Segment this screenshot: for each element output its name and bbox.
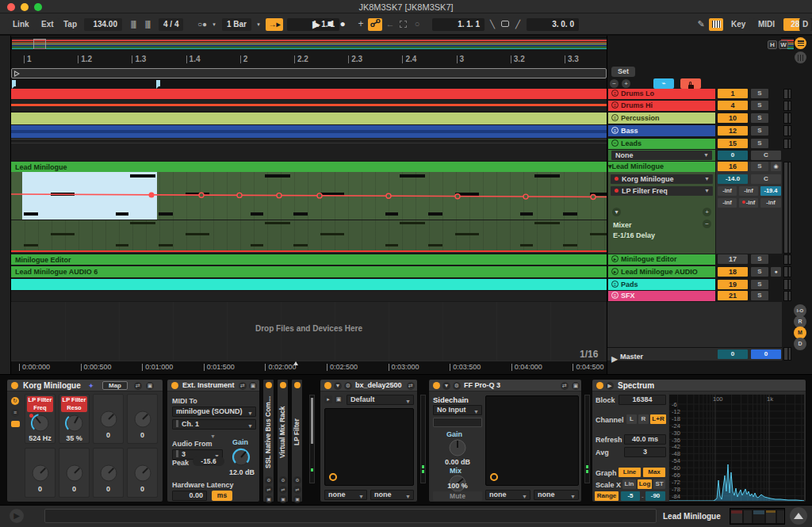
channel-lr-button[interactable]: L+R: [650, 414, 666, 424]
track-header-lead-minilogue-audio[interactable]: ▸Lead Minilogue AUDIO: [608, 266, 715, 277]
record-icon-button[interactable]: ●: [771, 267, 781, 277]
pan-value[interactable]: C: [751, 151, 781, 160]
arm-button[interactable]: 10: [718, 113, 748, 123]
device-on-led[interactable]: [266, 382, 272, 388]
fold-icon[interactable]: ▼: [442, 382, 450, 390]
send-f-value[interactable]: -inf: [760, 198, 781, 208]
arm-button[interactable]: 18: [718, 267, 748, 277]
wrench-icon[interactable]: ⚙: [453, 382, 461, 390]
gain-knob[interactable]: [448, 438, 467, 457]
preset-select[interactable]: Default▼: [347, 395, 414, 405]
play-button[interactable]: ▶: [309, 18, 324, 31]
device-korg-minilogue[interactable]: Korg Minilogue ✦ Map ⇄ ▣ ↻ ≡ LP Filter F…: [6, 379, 163, 502]
device-on-led[interactable]: [324, 382, 331, 389]
plugin-panel[interactable]: [485, 395, 579, 486]
send-c-value[interactable]: -19.4: [760, 186, 781, 196]
hot-swap-icon[interactable]: ⇄: [407, 382, 415, 390]
tempo-field[interactable]: 134.00: [84, 18, 122, 31]
wrench-icon[interactable]: ⚙: [265, 476, 273, 484]
midi-map-button[interactable]: MIDI: [753, 18, 779, 31]
punch-out-button[interactable]: ╱: [512, 18, 523, 31]
automation-line[interactable]: [11, 172, 607, 220]
arm-button[interactable]: 16: [718, 162, 748, 171]
arm-button[interactable]: 12: [718, 126, 748, 136]
device-title-bar[interactable]: ▶ Spectrum: [592, 380, 806, 391]
nudge-down-button[interactable]: ||||: [127, 18, 140, 31]
plugin-panel[interactable]: [324, 408, 414, 486]
zoom-out-button[interactable]: −: [610, 79, 619, 88]
device-title-bar[interactable]: Ext. Instrument ⇄ ▣: [167, 380, 259, 391]
device-on-led[interactable]: [433, 382, 440, 389]
param-a-select[interactable]: none▼: [324, 490, 367, 500]
solo-button[interactable]: S: [751, 139, 768, 148]
fold-icon[interactable]: ▶: [606, 382, 614, 390]
height-optimize-button[interactable]: H: [768, 40, 777, 49]
solo-button[interactable]: S: [751, 280, 768, 289]
link-button[interactable]: Link: [8, 18, 34, 31]
track-header-leads[interactable]: −Leads: [608, 139, 715, 149]
macro-knob-cell[interactable]: 0: [93, 394, 124, 444]
latency-unit-toggle[interactable]: ms: [212, 491, 232, 501]
mix-value[interactable]: 100 %: [435, 482, 480, 490]
clip-pads[interactable]: [11, 279, 607, 290]
status-play-icon[interactable]: ▶: [10, 509, 24, 523]
save-preset-icon[interactable]: ▣: [293, 495, 301, 503]
overview-toggle-button[interactable]: [795, 37, 806, 49]
gain-value[interactable]: 12.0 dB: [226, 468, 258, 476]
track-lanes-toggle-button[interactable]: [795, 52, 806, 63]
macro-map-button[interactable]: Map: [102, 381, 128, 390]
wrench-icon[interactable]: ⚙: [293, 476, 301, 484]
macro-knob-cell[interactable]: 0: [127, 394, 158, 444]
clip-percussion[interactable]: [11, 113, 607, 124]
computer-midi-keyboard-button[interactable]: [709, 18, 723, 31]
loop-brace[interactable]: [11, 68, 607, 78]
punch-in-button[interactable]: ╲: [487, 18, 498, 31]
graph-line-toggle[interactable]: Line: [619, 468, 641, 477]
arm-button[interactable]: 4: [718, 101, 748, 110]
solo-button[interactable]: S: [751, 291, 768, 300]
device-chain-minimap[interactable]: [730, 508, 785, 525]
solo-button[interactable]: S: [751, 254, 768, 264]
automation-param-chooser[interactable]: LP Filter Freq▼: [611, 186, 713, 196]
clip-bass[interactable]: [11, 125, 607, 138]
quantize-dropdown-icon[interactable]: ▾: [255, 18, 262, 31]
param-a-select[interactable]: none▼: [485, 490, 530, 500]
hot-swap-icon[interactable]: ⇄: [293, 486, 301, 494]
device-on-led[interactable]: [280, 382, 286, 388]
solo-button[interactable]: S: [751, 101, 768, 110]
save-preset-icon[interactable]: ▣: [146, 382, 154, 390]
clip-lead-minilogue-title[interactable]: Lead Minilogue: [11, 162, 607, 172]
peak-value[interactable]: -15.6: [193, 456, 224, 466]
device-title-bar[interactable]: Korg Minilogue ✦ Map ⇄ ▣: [7, 380, 163, 391]
set-locator-button[interactable]: Set: [611, 67, 635, 77]
pan-value[interactable]: C: [751, 174, 781, 184]
macro-knob-cell[interactable]: 0: [127, 448, 158, 498]
track-header-drums-lo[interactable]: ≡Drums Lo: [608, 89, 715, 99]
macro-knob-cell[interactable]: 0: [25, 448, 56, 498]
time-ruler[interactable]: 0:00:0000:00:5000:01:0000:01:5000:02:000…: [11, 361, 607, 374]
lane-sfx[interactable]: [11, 291, 607, 301]
send-d-value[interactable]: -inf: [718, 198, 737, 208]
solo-button[interactable]: S: [751, 113, 768, 123]
save-preset-icon[interactable]: ▣: [279, 495, 287, 503]
device-ff-pro-q3[interactable]: ▼ ⚙ FF Pro-Q 3 ⇄ ▣ Sidechain No Input▼ G…: [428, 379, 582, 502]
scale-lin-toggle[interactable]: Lin: [622, 479, 636, 489]
track-header-pads[interactable]: ≡Pads: [608, 279, 715, 290]
device-on-led[interactable]: [11, 382, 18, 389]
fold-icon[interactable]: ▼: [334, 382, 342, 390]
automation-lane-red-line[interactable]: [11, 250, 607, 252]
lock-envelopes-button[interactable]: [680, 78, 701, 89]
plugin-window-toggle[interactable]: [329, 473, 337, 481]
zoom-in-button[interactable]: +: [622, 79, 630, 88]
ext-button[interactable]: Ext: [36, 18, 59, 31]
master-volume-value[interactable]: 0: [718, 349, 748, 359]
save-preset-icon[interactable]: ▣: [249, 382, 257, 390]
gain-value[interactable]: 0.00 dB: [435, 458, 480, 466]
macro-knob-cell[interactable]: 0: [93, 448, 124, 498]
save-preset-icon[interactable]: ▣: [265, 495, 273, 503]
quantize-menu[interactable]: 1 Bar: [222, 18, 251, 31]
locator-marker[interactable]: [156, 80, 160, 86]
clip-lead-minilogue-notes[interactable]: [11, 172, 607, 220]
device-virtual-mix-rack[interactable]: Virtual Mix Rack ⚙ ⇄ ▣: [277, 379, 289, 502]
graph-max-toggle[interactable]: Max: [643, 468, 665, 477]
